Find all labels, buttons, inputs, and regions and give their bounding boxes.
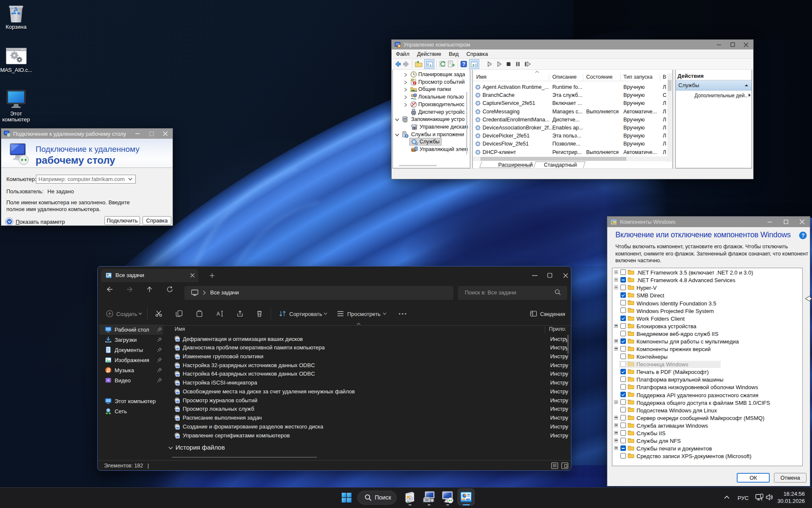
svg-text:A: A <box>217 311 220 317</box>
svg-text:23: 23 <box>414 90 417 92</box>
svg-text:?: ? <box>462 61 465 67</box>
svg-text:?: ? <box>801 233 805 239</box>
